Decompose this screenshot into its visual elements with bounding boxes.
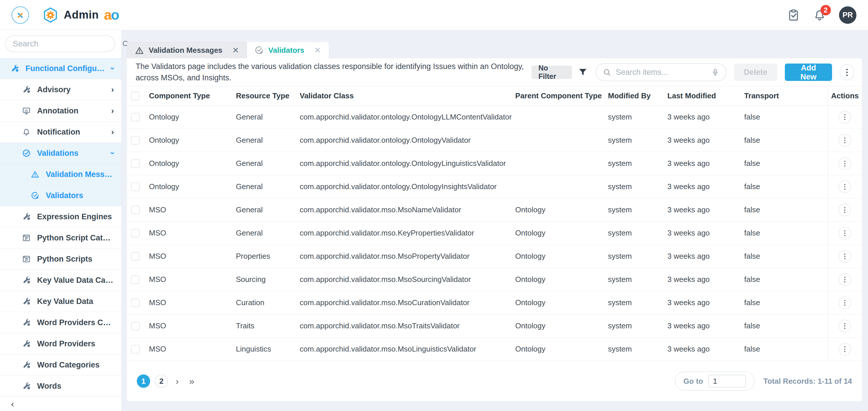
app-launcher-button[interactable]: [11, 6, 29, 24]
tab-validators[interactable]: Validators ✕: [247, 42, 329, 58]
sidebar-item-key-value-data[interactable]: Key Value Data: [0, 291, 121, 312]
sidebar-item-advisory[interactable]: Advisory ›: [0, 79, 121, 100]
next-page-icon[interactable]: ›: [173, 377, 182, 386]
close-icon[interactable]: ✕: [232, 46, 239, 55]
cell-parent-component-type: Ontology: [512, 205, 604, 214]
sidebar-collapse-button[interactable]: ‹: [0, 396, 121, 411]
notifications-bell-icon[interactable]: 2: [813, 8, 826, 22]
sidebar-search-input[interactable]: [13, 39, 117, 49]
row-checkbox[interactable]: [131, 298, 140, 307]
wrench-gear-icon: [22, 297, 31, 306]
row-actions-button[interactable]: [838, 134, 851, 147]
row-checkbox[interactable]: [131, 229, 140, 238]
chevron-icon: ›: [108, 152, 117, 154]
row-checkbox[interactable]: [131, 206, 140, 214]
tasks-clipboard-icon[interactable]: [787, 8, 800, 22]
more-options-button[interactable]: [840, 64, 855, 80]
sidebar-item-python-scripts[interactable]: Python Scripts: [0, 248, 121, 270]
column-header-validator-class[interactable]: Validator Class: [296, 91, 512, 100]
column-header-transport[interactable]: Transport: [741, 91, 828, 100]
sidebar-item-key-value-data-categories[interactable]: Key Value Data Cat...: [0, 270, 121, 291]
row-actions-button[interactable]: [838, 250, 851, 263]
sidebar-item-validators[interactable]: Validators: [0, 185, 121, 206]
cell-validator-class: com.apporchid.validator.mso.MsoNameValid…: [296, 205, 512, 214]
sidebar-item-notification[interactable]: Notification ›: [0, 121, 121, 143]
row-checkbox[interactable]: [131, 159, 140, 168]
table-row: MSO Traits com.apporchid.validator.mso.M…: [127, 315, 862, 337]
row-actions-button[interactable]: [838, 204, 851, 216]
cell-transport: false: [741, 136, 828, 145]
cell-resource-type: Curation: [232, 298, 296, 307]
row-actions-button[interactable]: [838, 157, 851, 170]
warning-icon: [135, 46, 144, 55]
sidebar-item-functional-configuration[interactable]: Functional Configurati... ›: [0, 58, 121, 79]
brand: Admin ao: [42, 7, 119, 23]
filter-funnel-icon[interactable]: [578, 67, 588, 78]
goto-page-input[interactable]: [708, 375, 746, 387]
row-actions-button[interactable]: [838, 343, 851, 356]
tab-validation-messages[interactable]: Validation Messages ✕: [127, 42, 247, 58]
kebab-icon: [844, 277, 845, 283]
row-checkbox[interactable]: [131, 275, 140, 284]
close-icon[interactable]: ✕: [314, 46, 321, 55]
page-button-2[interactable]: 2: [155, 375, 168, 388]
table-header: Component Type Resource Type Validator C…: [127, 86, 862, 106]
page-title: Admin: [64, 9, 99, 21]
row-actions-button[interactable]: [838, 296, 851, 309]
column-header-actions: Actions: [828, 86, 862, 105]
sidebar-item-word-categories[interactable]: Word Categories: [0, 354, 121, 376]
row-checkbox[interactable]: [131, 136, 140, 145]
column-header-modified-by[interactable]: Modified By: [604, 91, 664, 100]
user-avatar[interactable]: PR: [839, 6, 857, 24]
cell-transport: false: [741, 275, 828, 284]
column-header-parent-component-type[interactable]: Parent Component Type: [512, 91, 604, 100]
sidebar-item-python-script-categories[interactable]: Python Script Categ...: [0, 227, 121, 248]
column-header-last-modified[interactable]: Last Modified: [664, 91, 741, 100]
table-row: Ontology General com.apporchid.validator…: [127, 175, 862, 198]
sidebar-item-expression-engines[interactable]: Expression Engines: [0, 206, 121, 227]
cell-last-modified: 3 weeks ago: [664, 229, 741, 238]
cell-component-type: MSO: [146, 275, 232, 284]
wrench-gear-icon: [22, 360, 31, 369]
cell-validator-class: com.apporchid.validator.mso.MsoCurationV…: [296, 298, 512, 307]
cell-transport: false: [741, 321, 828, 330]
items-search-input[interactable]: [616, 68, 706, 77]
row-actions-button[interactable]: [838, 180, 851, 193]
kebab-icon: [846, 69, 848, 76]
row-checkbox[interactable]: [131, 345, 140, 354]
cell-validator-class: com.apporchid.validator.mso.MsoTraitsVal…: [296, 321, 512, 330]
sidebar-item-words[interactable]: Words: [0, 376, 121, 396]
cell-transport: false: [741, 182, 828, 191]
row-actions-button[interactable]: [838, 111, 851, 123]
sidebar-item-word-providers-categories[interactable]: Word Providers Cat...: [0, 312, 121, 333]
sidebar-item-validation-messages[interactable]: Validation Messages: [0, 164, 121, 185]
add-new-button[interactable]: Add New: [785, 63, 832, 81]
cell-transport: false: [741, 345, 828, 354]
column-header-component-type[interactable]: Component Type: [146, 91, 232, 100]
select-all-checkbox[interactable]: [131, 92, 140, 100]
column-header-resource-type[interactable]: Resource Type: [232, 91, 296, 100]
table-row: MSO General com.apporchid.validator.mso.…: [127, 198, 862, 222]
sidebar-item-word-providers[interactable]: Word Providers: [0, 333, 121, 354]
table-row: MSO Properties com.apporchid.validator.m…: [127, 245, 862, 268]
page-button-1[interactable]: 1: [137, 375, 150, 388]
delete-button[interactable]: Delete: [734, 63, 777, 81]
row-checkbox[interactable]: [131, 252, 140, 261]
total-records-text: Total Records: 1-11 of 14: [764, 377, 852, 386]
items-search: [596, 63, 726, 81]
microphone-icon[interactable]: [711, 68, 720, 77]
wrench-gear-icon: [22, 382, 31, 390]
table-row: MSO Sourcing com.apporchid.validator.mso…: [127, 268, 862, 291]
filter-chip[interactable]: No Filter: [531, 65, 572, 79]
row-actions-button[interactable]: [838, 273, 851, 286]
sidebar-item-annotation[interactable]: Annotation ›: [0, 100, 121, 121]
table-row: MSO General com.apporchid.validator.mso.…: [127, 222, 862, 245]
last-page-icon[interactable]: »: [186, 377, 197, 386]
row-checkbox[interactable]: [131, 113, 140, 121]
row-actions-button[interactable]: [838, 227, 851, 240]
row-checkbox[interactable]: [131, 182, 140, 191]
cell-parent-component-type: Ontology: [512, 275, 604, 284]
row-actions-button[interactable]: [838, 320, 851, 332]
sidebar-item-validations[interactable]: Validations ›: [0, 143, 121, 164]
row-checkbox[interactable]: [131, 322, 140, 330]
